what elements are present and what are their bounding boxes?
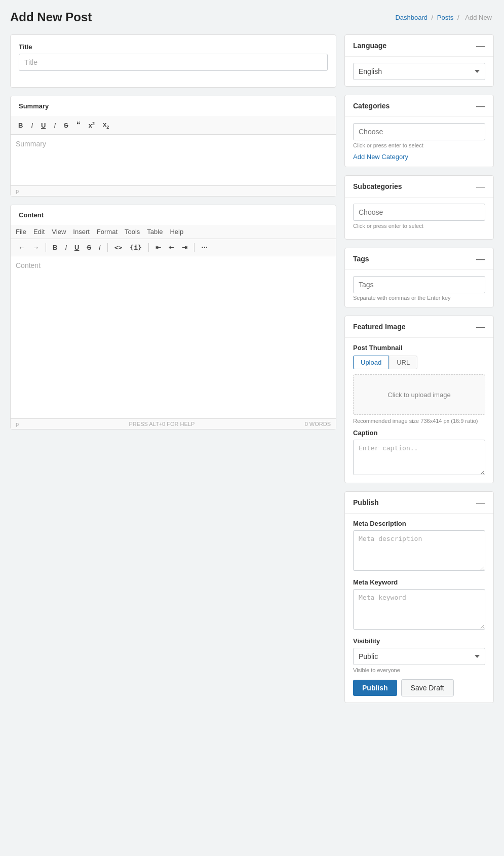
content-codeblock-button[interactable]: {i}	[127, 242, 144, 253]
align-right-button[interactable]: ⇥	[179, 242, 190, 253]
breadcrumb-posts[interactable]: Posts	[437, 14, 454, 21]
visibility-hint: Visible to everyone	[353, 667, 485, 673]
tags-body: Separate with commas or the Enter key	[345, 270, 493, 307]
menu-file[interactable]: File	[16, 228, 26, 236]
language-body: English Spanish French German	[345, 57, 493, 86]
content-italic2-button[interactable]: I	[96, 242, 103, 253]
language-collapse-btn[interactable]: —	[476, 41, 485, 50]
content-editor-area[interactable]: Content	[11, 256, 336, 418]
publish-body: Meta Description Meta Keyword Visibility…	[345, 514, 493, 703]
featured-image-section: Featured Image — Post Thumbnail Upload U…	[344, 316, 494, 483]
tags-collapse-btn[interactable]: —	[476, 254, 485, 263]
tags-hint: Separate with commas or the Enter key	[353, 295, 485, 301]
strikethrough-button[interactable]: S	[61, 120, 71, 131]
content-bold-button[interactable]: B	[50, 242, 60, 253]
content-strike-button[interactable]: S	[84, 242, 94, 253]
category-hint: Click or press enter to select	[353, 142, 485, 148]
summary-placeholder: Summary	[16, 140, 46, 148]
content-word-count: 0 WORDS	[305, 421, 331, 427]
add-category-link[interactable]: Add New Category	[353, 153, 408, 161]
content-underline-button[interactable]: U	[72, 242, 82, 253]
italic-button[interactable]: I	[28, 120, 35, 131]
language-section-header: Language —	[345, 35, 493, 57]
italic2-button[interactable]: I	[51, 120, 58, 131]
upload-tab-upload[interactable]: Upload	[353, 356, 389, 369]
menu-table[interactable]: Table	[147, 228, 163, 236]
underline-button[interactable]: U	[38, 120, 48, 131]
content-toolbar: ← → B I U S I <> {i} ⇤ ⇽ ⇥	[11, 239, 336, 256]
menu-insert[interactable]: Insert	[73, 228, 90, 236]
menu-view[interactable]: View	[52, 228, 66, 236]
bold-button[interactable]: B	[16, 120, 25, 131]
sidebar-column: Language — English Spanish French German…	[344, 34, 494, 711]
publish-title: Publish	[353, 498, 379, 507]
visibility-select[interactable]: Public Private Password Protected	[353, 648, 485, 665]
save-draft-button[interactable]: Save Draft	[401, 679, 454, 696]
toolbar-separator-3	[148, 243, 149, 252]
menu-format[interactable]: Format	[97, 228, 118, 236]
tags-section-header: Tags —	[345, 248, 493, 270]
align-left-button[interactable]: ⇤	[153, 242, 164, 253]
content-menu-bar: File Edit View Insert Format Tools Table…	[11, 225, 336, 239]
tags-section: Tags — Separate with commas or the Enter…	[344, 248, 494, 307]
featured-image-collapse-btn[interactable]: —	[476, 322, 485, 331]
tags-input[interactable]	[353, 276, 485, 293]
meta-keyword-label: Meta Keyword	[353, 578, 485, 586]
featured-image-body: Post Thumbnail Upload URL Click to uploa…	[345, 338, 493, 483]
publish-actions: Publish Save Draft	[353, 679, 485, 696]
page-header: Add New Post Dashboard / Posts / Add New	[10, 10, 494, 24]
language-section: Language — English Spanish French German	[344, 34, 494, 87]
title-field-group: Title	[19, 43, 328, 71]
subscript-button[interactable]: x2	[100, 119, 111, 131]
breadcrumb-dashboard[interactable]: Dashboard	[395, 14, 428, 21]
tags-title: Tags	[353, 255, 369, 263]
menu-edit[interactable]: Edit	[33, 228, 45, 236]
summary-editor-area[interactable]: Summary	[11, 135, 336, 185]
visibility-label: Visibility	[353, 637, 485, 645]
language-select[interactable]: English Spanish French German	[353, 63, 485, 80]
meta-keyword-textarea[interactable]	[353, 589, 485, 630]
caption-textarea[interactable]	[353, 440, 485, 475]
subcategories-collapse-btn[interactable]: —	[476, 182, 485, 191]
content-code-button[interactable]: <>	[112, 242, 125, 253]
meta-description-label: Meta Description	[353, 520, 485, 527]
subcategories-title: Subcategories	[353, 182, 402, 190]
featured-image-title: Featured Image	[353, 323, 405, 331]
superscript-button[interactable]: x2	[86, 120, 97, 131]
undo-button[interactable]: ←	[16, 242, 27, 253]
language-title: Language	[353, 42, 386, 50]
summary-label: Summary	[19, 102, 328, 110]
menu-help[interactable]: Help	[170, 228, 183, 236]
subcategories-section: Subcategories — Click or press enter to …	[344, 175, 494, 240]
content-italic-button[interactable]: I	[62, 242, 69, 253]
upload-area[interactable]: Click to upload image	[353, 374, 485, 415]
quote-button[interactable]: “	[74, 119, 83, 131]
meta-description-textarea[interactable]	[353, 530, 485, 571]
featured-image-header: Featured Image —	[345, 316, 493, 338]
content-footer-tag: p	[16, 421, 19, 427]
categories-collapse-btn[interactable]: —	[476, 101, 485, 110]
page-title: Add New Post	[10, 10, 92, 24]
upload-tab-url[interactable]: URL	[389, 356, 417, 369]
content-label: Content	[19, 211, 328, 219]
toolbar-separator-2	[107, 243, 108, 252]
publish-button[interactable]: Publish	[353, 680, 397, 696]
align-center-button[interactable]: ⇽	[166, 242, 177, 253]
title-input[interactable]	[19, 54, 328, 71]
upload-tabs: Upload URL	[353, 356, 485, 369]
summary-footer: p	[11, 185, 336, 196]
publish-collapse-btn[interactable]: —	[476, 498, 485, 507]
subcategory-hint: Click or press enter to select	[353, 223, 485, 229]
more-button[interactable]: ⋯	[199, 242, 210, 253]
breadcrumb: Dashboard / Posts / Add New	[395, 14, 494, 21]
summary-toolbar: B I U I S “ x2 x2	[11, 116, 336, 135]
subcategory-input[interactable]	[353, 204, 485, 221]
breadcrumb-current: Add New	[465, 14, 492, 21]
main-column: Title Summary B I U I S	[10, 34, 336, 438]
redo-button[interactable]: →	[30, 242, 42, 253]
categories-body: Click or press enter to select Add New C…	[345, 117, 493, 167]
category-input[interactable]	[353, 123, 485, 140]
image-hint: Recommended image size 736x414 px (16:9 …	[353, 418, 485, 424]
content-help-text: PRESS ALT+0 FOR HELP	[129, 421, 195, 427]
menu-tools[interactable]: Tools	[125, 228, 140, 236]
